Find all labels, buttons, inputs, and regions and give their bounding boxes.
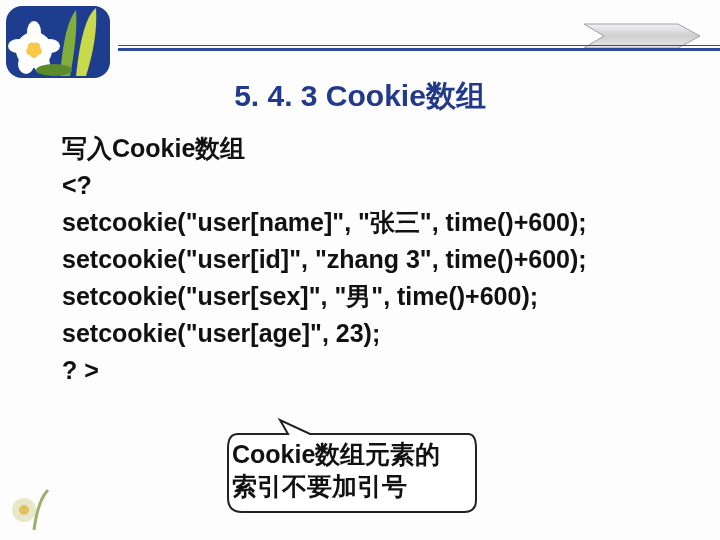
code-line: ? > (62, 352, 680, 389)
section-subtitle: 写入Cookie数组 (62, 130, 680, 167)
slide-body: 写入Cookie数组 <? setcookie("user[name]", "张… (62, 130, 680, 389)
slide-title: 5. 4. 3 Cookie数组 (0, 76, 720, 117)
callout-line-1: Cookie数组元素的 (232, 440, 440, 468)
code-line: setcookie("user[name]", "张三", time()+600… (62, 204, 680, 241)
footer-ornament (4, 480, 60, 536)
svg-point-5 (40, 39, 60, 53)
code-line: setcookie("user[id]", "zhang 3", time()+… (62, 241, 680, 278)
code-line: <? (62, 167, 680, 204)
callout-text: Cookie数组元素的 索引不要加引号 (232, 438, 470, 502)
flower-logo (4, 4, 112, 80)
svg-point-4 (8, 39, 28, 53)
callout-bubble: Cookie数组元素的 索引不要加引号 (218, 418, 480, 528)
callout-line-2: 索引不要加引号 (232, 472, 407, 500)
header-rule (118, 48, 720, 51)
svg-point-10 (19, 505, 29, 515)
code-line: setcookie("user[sex]", "男", time()+600); (62, 278, 680, 315)
code-line: setcookie("user[age]", 23); (62, 315, 680, 352)
svg-point-6 (18, 54, 34, 74)
svg-point-8 (36, 64, 72, 76)
svg-point-3 (27, 21, 41, 43)
